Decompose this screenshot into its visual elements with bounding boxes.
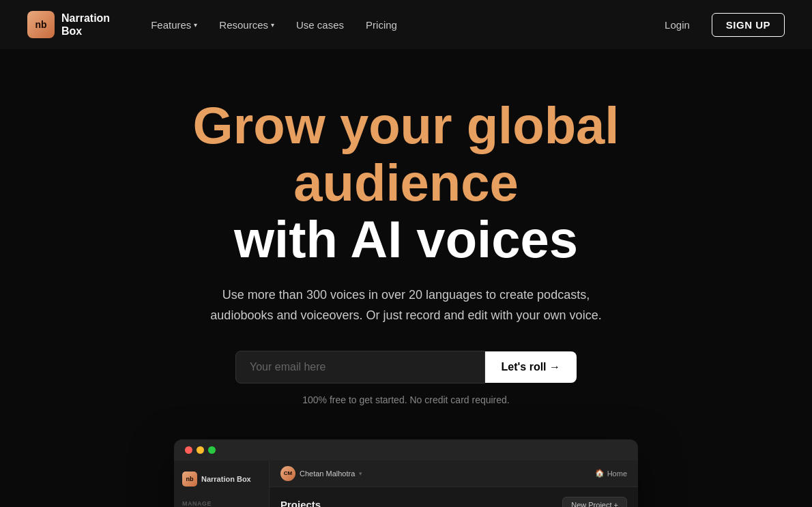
user-name: Chetan Malhotra [300,469,355,478]
nav-links: Features ▾ Resources ▾ Use cases Pricing… [151,13,785,37]
projects-header: Projects New Project + [270,487,638,507]
nav-signup-button[interactable]: SIGN UP [712,13,785,37]
sidebar-brand: Narration Box [201,475,251,483]
nav-logo[interactable]: nb Narration Box [27,11,110,38]
sidebar-logo-icon: nb [182,472,197,487]
app-topbar: CM Chetan Malhotra ▾ 🏠 Home [270,461,638,487]
nav-login[interactable]: Login [665,19,690,31]
navbar: nb Narration Box Features ▾ Resources ▾ … [0,0,812,49]
email-input[interactable] [235,351,485,383]
home-icon: 🏠 [595,469,605,478]
new-project-button[interactable]: New Project + [562,497,627,507]
hero-subtext: Use more than 300 voices in over 20 lang… [194,285,618,326]
app-main: CM Chetan Malhotra ▾ 🏠 Home Projects New… [270,461,638,507]
nav-resources[interactable]: Resources ▾ [219,19,274,31]
chevron-down-icon: ▾ [271,21,274,29]
app-body: nb Narration Box Manage 💳 Billing 🏷️ Pla… [174,461,638,507]
maximize-dot [208,446,216,454]
topbar-home[interactable]: 🏠 Home [595,469,627,478]
sidebar-manage-label: Manage [174,495,269,507]
close-dot [185,446,192,454]
app-preview: nb Narration Box Manage 💳 Billing 🏷️ Pla… [174,439,638,507]
nav-use-cases[interactable]: Use cases [296,19,344,31]
hero-section: Grow your global audience with AI voices… [0,49,812,439]
hero-form: Let's roll → [235,351,577,383]
topbar-user: CM Chetan Malhotra ▾ [280,466,362,481]
cta-button[interactable]: Let's roll → [485,351,577,383]
chevron-down-icon: ▾ [194,21,197,29]
minimize-dot [197,446,204,454]
app-sidebar: nb Narration Box Manage 💳 Billing 🏷️ Pla… [174,461,270,507]
nav-brand-text: Narration Box [61,12,110,38]
app-titlebar [174,439,638,461]
hero-note: 100% free to get started. No credit card… [14,394,798,405]
projects-title: Projects [280,499,321,507]
sidebar-logo-row: nb Narration Box [174,469,269,495]
chevron-down-icon: ▾ [359,470,362,477]
nav-features[interactable]: Features ▾ [151,19,197,31]
nav-logo-icon: nb [27,11,55,38]
nav-pricing[interactable]: Pricing [366,19,397,31]
user-avatar: CM [280,466,295,481]
hero-headline: Grow your global audience with AI voices [99,97,713,268]
